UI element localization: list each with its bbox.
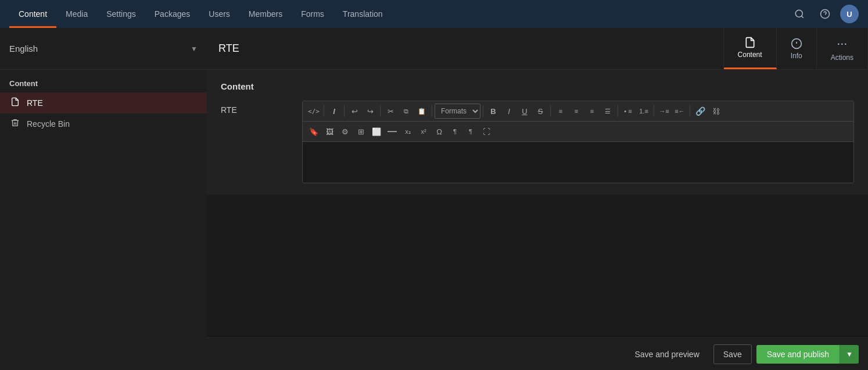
info-tab-btn[interactable]: Info [777,28,817,69]
info-tab-label: Info [791,52,802,60]
toolbar-separator [324,105,324,117]
copy-btn[interactable]: ⧉ [399,104,414,119]
redo-btn[interactable]: ↪ [363,104,378,119]
insert-image-btn[interactable]: 🖼 [322,124,337,139]
toolbar-separator [344,105,345,117]
rte-editor: </> I ↩ ↪ ✂ ⧉ 📋 Formats [302,101,854,183]
fullscreen-btn[interactable]: ⛶ [479,124,494,139]
italic-btn[interactable]: I [327,104,342,119]
nav-item-content[interactable]: Content [9,0,56,28]
subscript-btn[interactable]: x₂ [400,124,415,139]
align-right-btn[interactable]: ≡ [584,104,600,119]
toolbar-separator [690,105,690,117]
ltr-btn[interactable]: ¶ [447,124,462,139]
anchor-btn[interactable]: 🔖 [306,124,321,139]
strikethrough-btn[interactable]: S [533,104,548,119]
document-icon [9,97,21,109]
chevron-down-icon: ▼ [846,350,853,358]
underline-btn[interactable]: U [517,104,532,119]
content-section-title: Content [221,81,854,91]
header-bar: Content Info ··· Actions [207,28,868,70]
remove-link-btn[interactable]: ⛓ [708,104,723,119]
actions-btn-label: Actions [831,54,853,62]
nav-item-media[interactable]: Media [56,0,97,28]
macro-btn[interactable]: ⚙ [338,124,353,139]
sidebar-section-title: Content [0,70,207,92]
source-code-btn[interactable]: </> [306,104,321,119]
header-actions: Content Info ··· Actions [723,28,868,69]
toolbar-separator [432,105,432,117]
rte-body[interactable] [303,142,853,183]
content-section: Content RTE </> I ↩ ↪ ✂ [207,70,868,195]
hr-btn[interactable]: — [385,124,400,139]
toolbar-separator [550,105,551,117]
special-char-btn[interactable]: Ω [432,124,447,139]
media-btn[interactable]: ⬜ [369,124,384,139]
trash-icon [9,118,21,130]
table-btn[interactable]: ⊞ [353,124,368,139]
save-publish-arrow-button[interactable]: ▼ [840,345,859,364]
sidebar: English ▼ Content RTE Recycle Bin [0,28,207,370]
formats-dropdown[interactable]: Formats [435,104,480,119]
main-layout: English ▼ Content RTE Recycle Bin [0,28,868,370]
save-preview-button[interactable]: Save and preview [625,345,708,364]
align-center-btn[interactable]: ≡ [569,104,584,119]
align-left-btn[interactable]: ≡ [553,104,568,119]
rtl-btn[interactable]: ¶ [463,124,478,139]
save-publish-button[interactable]: Save and publish [756,345,840,364]
nav-item-packages[interactable]: Packages [145,0,199,28]
content-tab-btn[interactable]: Content [724,28,777,69]
help-icon[interactable] [815,3,835,24]
header-title-area [207,28,723,69]
insert-link-btn[interactable]: 🔗 [693,104,708,119]
toolbar-separator [618,105,618,117]
rte-toolbar-row2: 🔖 🖼 ⚙ ⊞ ⬜ — x₂ x² Ω ¶ ¶ ⛶ [303,122,853,142]
language-selector[interactable]: English ▼ [0,28,207,70]
page-title-input[interactable] [218,42,712,55]
undo-btn[interactable]: ↩ [347,104,362,119]
svg-line-1 [801,16,803,17]
search-icon[interactable] [789,3,810,24]
chevron-down-icon: ▼ [191,45,198,53]
save-button[interactable]: Save [713,344,752,364]
paste-btn[interactable]: 📋 [414,104,429,119]
language-label: English [9,44,186,54]
indent-btn[interactable]: →≡ [657,104,672,119]
nav-item-users[interactable]: Users [199,0,239,28]
nav-item-translation[interactable]: Translation [333,0,392,28]
save-publish-group: Save and publish ▼ [756,345,859,364]
actions-btn[interactable]: ··· Actions [817,28,868,69]
cut-btn[interactable]: ✂ [383,104,398,119]
svg-point-0 [795,10,802,17]
rte-field-label: RTE [221,101,290,115]
outdent-btn[interactable]: ≡← [672,104,687,119]
sidebar-item-label: RTE [27,98,43,108]
nav-item-settings[interactable]: Settings [97,0,145,28]
toolbar-separator [654,105,654,117]
rte-toolbar-row1: </> I ↩ ↪ ✂ ⧉ 📋 Formats [303,101,853,122]
rte-row: RTE </> I ↩ ↪ ✂ ⧉ 📋 [221,101,854,183]
numbered-list-btn[interactable]: 1.≡ [636,104,651,119]
sidebar-item-label: Recycle Bin [27,119,70,129]
sidebar-item-recycle-bin[interactable]: Recycle Bin [0,113,207,134]
bullet-list-btn[interactable]: • ≡ [620,104,636,119]
toolbar-separator [380,105,381,117]
italic2-btn[interactable]: I [501,104,517,119]
footer: Save and preview Save Save and publish ▼ [207,337,868,370]
content-tab-label: Content [738,51,762,59]
right-panel: Content Info ··· Actions Content RTE [207,28,868,370]
nav-item-members[interactable]: Members [239,0,292,28]
toolbar-separator [483,105,483,117]
nav-item-forms[interactable]: Forms [292,0,333,28]
content-area: Content RTE </> I ↩ ↪ ✂ [207,70,868,337]
sidebar-item-rte[interactable]: RTE [0,92,207,113]
superscript-btn[interactable]: x² [416,124,431,139]
bold-btn[interactable]: B [486,104,501,119]
top-nav: Content Media Settings Packages Users Me… [0,0,868,28]
user-avatar[interactable]: U [840,5,859,23]
justify-btn[interactable]: ☰ [600,104,615,119]
